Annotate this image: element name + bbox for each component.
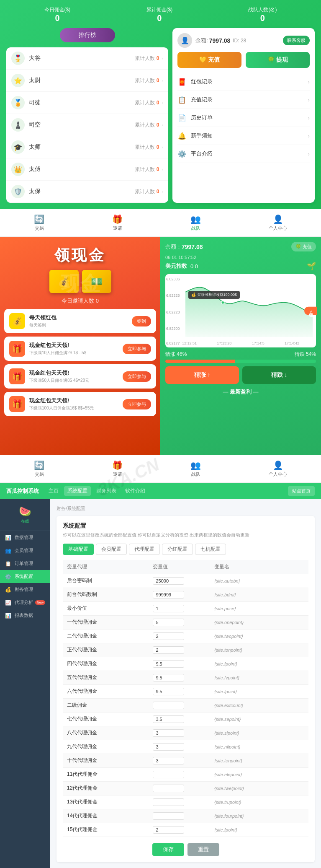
chart-recharge-btn[interactable]: 🍀 充值 (291, 242, 316, 251)
rank-count-value: 0 (157, 55, 159, 61)
var-value-input[interactable] (153, 591, 184, 599)
cash-card-btn[interactable]: 立即参与 (123, 371, 151, 382)
var-value[interactable] (149, 574, 210, 588)
admin-nav-系统配置[interactable]: 系统配置 (64, 486, 91, 496)
sidebar-link-icon: ⚙️ (5, 574, 12, 580)
cash-card: 💰 每天领红包 每天签到 签到 (4, 309, 156, 333)
nav2-item-邀请[interactable]: 🎁 邀请 (104, 459, 131, 479)
menu-arrow-icon: › (308, 150, 310, 157)
tab-基础配置[interactable]: 基础配置 (63, 544, 94, 555)
var-value[interactable] (149, 781, 210, 795)
var-value[interactable] (149, 615, 210, 629)
var-value[interactable] (149, 671, 210, 684)
menu-item[interactable]: 🧧 红包记录 › (177, 73, 310, 91)
var-value-input[interactable] (153, 646, 184, 654)
cash-card-btn[interactable]: 签到 (132, 316, 151, 326)
var-value-input[interactable] (153, 688, 184, 695)
watermelon-icon: 🍉 (4, 505, 46, 517)
sidebar-link-系统配置[interactable]: ⚙️ 系统配置 (0, 570, 50, 583)
rank-count-label: 累计人数 (135, 55, 155, 62)
sidebar-link-数据管理[interactable]: 📊 数据管理 (0, 531, 50, 544)
admin-nav-财务列表[interactable]: 财务列表 (93, 486, 120, 496)
var-value-input[interactable] (153, 674, 184, 681)
var-value-input[interactable] (153, 812, 184, 820)
var-value[interactable] (149, 809, 210, 823)
site-home-btn[interactable]: 站点首页 (288, 486, 315, 496)
var-value-input[interactable] (153, 798, 184, 806)
nav-item-战队[interactable]: 👥 战队 (182, 212, 209, 233)
nav-item-邀请[interactable]: 🎁 邀请 (104, 212, 131, 233)
var-value[interactable] (149, 740, 210, 754)
var-value[interactable] (149, 795, 210, 809)
var-value[interactable] (149, 684, 210, 698)
admin-nav-主页[interactable]: 主页 (45, 486, 62, 496)
nav-item-交易[interactable]: 🔄 交易 (26, 212, 53, 233)
nav-label: 战队 (191, 225, 200, 231)
nav2-icon: 👥 (190, 460, 201, 470)
menu-item[interactable]: 📋 充值记录 › (177, 91, 310, 109)
var-value-input[interactable] (153, 785, 184, 792)
var-value-input[interactable] (153, 757, 184, 764)
bet-up-btn[interactable]: 猜涨 ↑ (165, 366, 239, 384)
stat-today-label: 今日佣金($) (44, 6, 71, 13)
var-value[interactable] (149, 754, 210, 767)
bet-down-btn[interactable]: 猜跌 ↓ (242, 366, 316, 384)
sidebar-link-订单管理[interactable]: 📋 订单管理 (0, 557, 50, 570)
withdraw-button[interactable]: 🍀 提现 (246, 52, 310, 68)
var-key: {site.tonpoint} (210, 643, 308, 657)
sidebar-link-代理分析[interactable]: 📈 代理分析 New (0, 596, 50, 609)
nav2-icon: 🔄 (34, 460, 44, 470)
var-key: {site.lpoint} (210, 684, 308, 698)
contact-service-btn[interactable]: 联系客服 (283, 36, 310, 45)
var-value-input[interactable] (153, 715, 184, 723)
tab-七机配置[interactable]: 七机配置 (195, 544, 226, 555)
var-value[interactable] (149, 643, 210, 657)
var-value-input[interactable] (153, 660, 184, 668)
cash-card-btn[interactable]: 立即参与 (123, 344, 151, 354)
var-value-input[interactable] (153, 619, 184, 626)
rank-button[interactable]: 排行榜 (60, 28, 115, 42)
var-value[interactable] (149, 712, 210, 726)
var-value-input[interactable] (153, 743, 184, 751)
reset-button[interactable]: 重置 (187, 843, 219, 856)
sidebar-link-财务管理[interactable]: 💰 财务管理 (0, 583, 50, 596)
menu-item[interactable]: ⚙️ 平台介绍 › (177, 145, 310, 163)
menu-item[interactable]: 📄 历史订单 › (177, 109, 310, 127)
sidebar-link-会员管理[interactable]: 👥 会员管理 (0, 544, 50, 557)
var-key: {site.fourpoint} (210, 809, 308, 823)
chart-time: 06-01 10:57:52 (165, 255, 316, 260)
var-value[interactable] (149, 767, 210, 781)
recharge-button[interactable]: 💛 充值 (177, 52, 241, 68)
nav-item-个人中心[interactable]: 👤 个人中心 (260, 212, 295, 233)
var-value-input[interactable] (153, 632, 184, 640)
tab-代理配置[interactable]: 代理配置 (129, 544, 160, 555)
var-value[interactable] (149, 629, 210, 643)
nav2-item-战队[interactable]: 👥 战队 (182, 459, 209, 479)
var-value-input[interactable] (153, 729, 184, 737)
cash-card-btn[interactable]: 立即参与 (123, 399, 151, 409)
tab-会员配置[interactable]: 会员配置 (96, 544, 127, 555)
sidebar-link-报表数据[interactable]: 📊 报表数据 (0, 609, 50, 622)
tab-分红配置[interactable]: 分红配置 (162, 544, 193, 555)
var-value-input[interactable] (153, 577, 184, 585)
var-value[interactable] (149, 726, 210, 740)
var-value[interactable] (149, 698, 210, 712)
nav2-item-个人中心[interactable]: 👤 个人中心 (260, 459, 295, 479)
var-value-input[interactable] (153, 702, 184, 709)
chart-panel: 余额： 7997.08 🍀 充值 06-01 10:57:52 美元指数 0 0… (160, 237, 321, 455)
var-value[interactable] (149, 823, 210, 837)
save-button[interactable]: 保存 (152, 843, 184, 856)
menu-item[interactable]: 🔔 新手须知 › (177, 127, 310, 145)
nav-label: 个人中心 (269, 225, 287, 231)
var-value[interactable] (149, 588, 210, 601)
nav2-item-交易[interactable]: 🔄 交易 (26, 459, 53, 479)
var-value-input[interactable] (153, 771, 184, 778)
var-value[interactable] (149, 657, 210, 671)
admin-nav-软件介绍[interactable]: 软件介绍 (122, 486, 149, 496)
red-packet-btn[interactable]: 领红包 > (304, 306, 317, 315)
admin-nav: 主页系统配置财务列表软件介绍 (45, 486, 149, 496)
table-row: 七代代理佣金 {site.sepoint} (63, 712, 308, 726)
var-value-input[interactable] (153, 605, 184, 612)
var-value-input[interactable] (153, 826, 184, 834)
var-value[interactable] (149, 601, 210, 615)
